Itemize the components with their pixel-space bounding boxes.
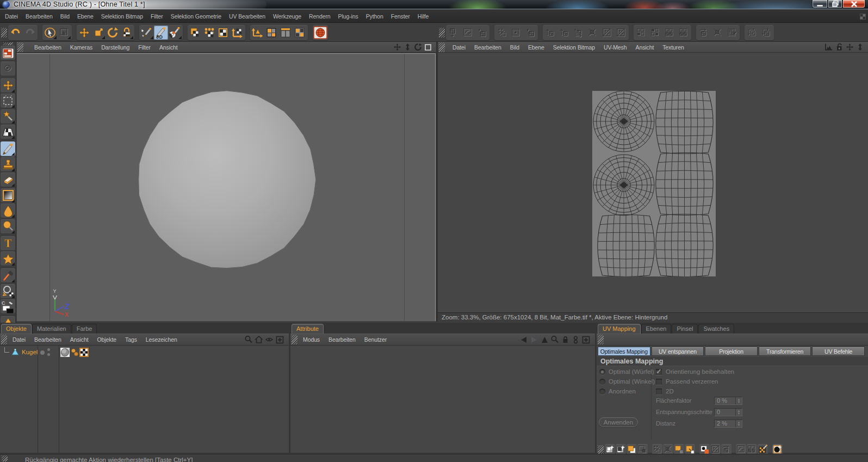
texture-zoom-icon[interactable] bbox=[855, 43, 864, 52]
uv-command-icon-5[interactable] bbox=[509, 26, 523, 40]
layer-set-icon[interactable] bbox=[663, 444, 673, 455]
viewport-menu-darstellung[interactable]: Darstellung bbox=[97, 44, 134, 51]
tab-farbe[interactable]: Farbe bbox=[72, 324, 97, 334]
transform-icon[interactable] bbox=[1, 78, 15, 93]
render-visibility-dot-top[interactable] bbox=[47, 348, 50, 351]
magic-wand-icon[interactable] bbox=[1, 109, 15, 124]
view-pan-icon[interactable] bbox=[393, 43, 401, 52]
tab-ebenen[interactable]: Ebenen bbox=[641, 324, 672, 334]
object-menu-lesezeichen[interactable]: Lesezeichen bbox=[141, 336, 182, 343]
paint-textures-icon[interactable] bbox=[202, 26, 216, 40]
texture-menu-bild[interactable]: Bild bbox=[506, 44, 524, 51]
object-menu-objekte[interactable]: Objekte bbox=[93, 336, 121, 343]
color-settings-icon[interactable] bbox=[699, 444, 710, 455]
uv-command-icon-18[interactable] bbox=[711, 26, 725, 40]
uv-transform-icon[interactable] bbox=[747, 444, 757, 455]
object-manager-drag-handle[interactable] bbox=[1, 335, 7, 344]
field-relax-steps[interactable]: 0 ▲▼ bbox=[714, 408, 742, 416]
marquee-selection-icon[interactable]: ↗↗↗↗ bbox=[1, 94, 15, 108]
apply-button[interactable]: Anwenden bbox=[599, 417, 638, 427]
zoom-tool-icon[interactable] bbox=[1, 284, 15, 299]
layer-mask-icon[interactable] bbox=[652, 444, 662, 455]
checkbox-stretch-to-fit[interactable]: Passend verzerren bbox=[656, 378, 718, 385]
texture-drag-handle[interactable] bbox=[439, 42, 445, 52]
attribute-menu-bearbeiten[interactable]: Bearbeiten bbox=[324, 336, 360, 343]
coordinates-lock-icon[interactable] bbox=[120, 26, 134, 40]
texture-canvas-area[interactable] bbox=[438, 53, 868, 312]
menu-pin-icon[interactable] bbox=[860, 14, 866, 20]
object-menu-tags[interactable]: Tags bbox=[121, 336, 141, 343]
uvw-tag-icon[interactable] bbox=[79, 348, 89, 357]
viewport-menu-kameras[interactable]: Kameras bbox=[66, 44, 97, 51]
menu-rendern[interactable]: Rendern bbox=[305, 10, 334, 23]
clone-stamp-icon[interactable] bbox=[1, 157, 15, 172]
uv-command-icon-20[interactable] bbox=[745, 26, 759, 40]
layout-split-icon[interactable] bbox=[265, 26, 279, 40]
tab-attribute[interactable]: Attribute bbox=[292, 324, 324, 334]
projection-paint-icon[interactable] bbox=[231, 26, 245, 40]
uv-command-icon-17[interactable] bbox=[697, 26, 711, 40]
uv-command-icon-2[interactable] bbox=[461, 26, 475, 40]
uv-grid-icon[interactable] bbox=[710, 444, 721, 455]
attr-lock-icon[interactable] bbox=[561, 335, 569, 344]
rotate-icon[interactable] bbox=[106, 26, 120, 40]
load-texture-icon[interactable] bbox=[674, 444, 684, 455]
tab-swatches[interactable]: Swatches bbox=[698, 324, 734, 334]
editor-visibility-dot[interactable] bbox=[40, 350, 45, 355]
status-drag-handle[interactable] bbox=[2, 455, 8, 461]
phong-tag-icon[interactable] bbox=[70, 348, 79, 357]
uv-command-icon-8[interactable] bbox=[557, 26, 572, 40]
close-button[interactable] bbox=[842, 0, 865, 8]
uv-command-icon-7[interactable] bbox=[543, 26, 557, 40]
attribute-menu-modus[interactable]: Modus bbox=[299, 336, 324, 343]
object-menu-datei[interactable]: Datei bbox=[8, 336, 30, 343]
colorize-brush-icon[interactable] bbox=[168, 26, 182, 40]
view-zoom-icon[interactable] bbox=[403, 43, 412, 52]
object-menu-bearbeiten[interactable]: Bearbeiten bbox=[30, 336, 66, 343]
object-row-kugel[interactable]: Kugel bbox=[0, 346, 289, 359]
color-manager-icon[interactable] bbox=[1, 46, 15, 60]
uv-command-icon-3[interactable] bbox=[475, 26, 489, 40]
uv-mode-uv-entspannen[interactable]: UV entspannen bbox=[652, 347, 704, 356]
uv-tools-icon[interactable] bbox=[736, 444, 746, 455]
object-tree[interactable]: Kugel bbox=[0, 346, 289, 453]
paint-3d-icon[interactable]: 3D bbox=[154, 26, 168, 40]
eraser-icon[interactable] bbox=[1, 173, 15, 187]
attr-up-icon[interactable] bbox=[540, 335, 549, 344]
selection-locked-icon[interactable] bbox=[57, 26, 71, 40]
object-name[interactable]: Kugel bbox=[22, 349, 38, 355]
om-home-icon[interactable] bbox=[255, 335, 263, 344]
uv-command-icon-12[interactable] bbox=[614, 26, 628, 40]
paint-brush-icon[interactable] bbox=[1, 141, 15, 156]
radio-optimal-angle[interactable]: Optimal (Winkel) bbox=[599, 378, 655, 385]
view-maximize-icon[interactable] bbox=[424, 43, 432, 52]
menu-filter[interactable]: Filter bbox=[147, 10, 167, 23]
attribute-menu-benutzer[interactable]: Benutzer bbox=[360, 336, 391, 343]
texture-menu-ansicht[interactable]: Ansicht bbox=[631, 44, 658, 51]
texture-canvas[interactable] bbox=[592, 91, 716, 276]
checker-pen-icon[interactable] bbox=[758, 444, 768, 455]
histogram-icon[interactable] bbox=[824, 43, 833, 52]
restore-button[interactable] bbox=[828, 0, 842, 8]
radio-optimal-cubic[interactable]: Optimal (Würfel) bbox=[599, 368, 654, 375]
viewport-drag-handle[interactable] bbox=[17, 42, 23, 52]
menu-hilfe[interactable]: Hilfe bbox=[414, 10, 433, 23]
uv-toolbar-drag-handle[interactable] bbox=[439, 28, 445, 38]
sphere-object[interactable] bbox=[134, 87, 319, 272]
uv-command-icon-14[interactable] bbox=[648, 26, 662, 40]
checkbox-preserve-orientation[interactable]: Orientierung beibehalten bbox=[656, 368, 734, 375]
fill-bitmap-icon[interactable] bbox=[1, 204, 15, 218]
save-texture-icon[interactable] bbox=[685, 444, 695, 455]
menu-werkzeuge[interactable]: Werkzeuge bbox=[269, 10, 305, 23]
redo-icon[interactable] bbox=[23, 26, 37, 40]
field-area-factor[interactable]: 0 % ▲▼ bbox=[714, 397, 742, 405]
attr-forward-icon[interactable] bbox=[530, 335, 538, 344]
uv-command-icon-1[interactable] bbox=[447, 26, 461, 40]
menu-fenster[interactable]: Fenster bbox=[387, 10, 414, 23]
eyedropper-icon[interactable] bbox=[1, 268, 15, 283]
texture-menu-ebene[interactable]: Ebene bbox=[524, 44, 549, 51]
radio-realign[interactable]: Anordnen bbox=[599, 388, 636, 395]
uv-command-icon-9[interactable] bbox=[572, 26, 586, 40]
attr-link-icon[interactable] bbox=[571, 335, 580, 344]
bodypaint-exchange-icon[interactable] bbox=[313, 26, 327, 40]
